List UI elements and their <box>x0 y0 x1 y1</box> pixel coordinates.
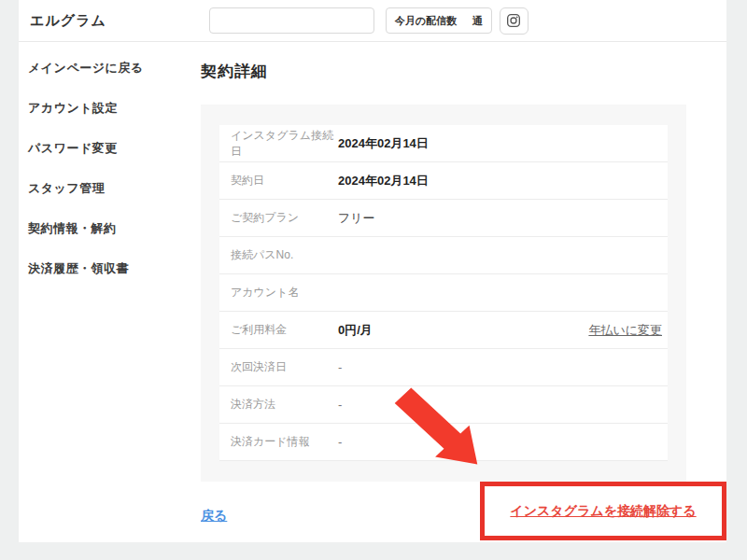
row-label: 接続パスNo. <box>231 247 338 263</box>
sidebar-item[interactable]: パスワード変更 <box>28 140 201 157</box>
app-window: エルグラム 今月の配信数 通 メインページに戻る アカウント設定 <box>19 0 726 542</box>
main-content: 契約詳細 インスタグラム接続日 2024年02月14日 契約日 2024年02月… <box>201 42 726 542</box>
row-value: 2024年02月14日 <box>338 173 429 189</box>
instagram-icon <box>506 13 521 28</box>
table-row: 決済カード情報 - <box>219 424 668 461</box>
row-value: - <box>338 398 342 412</box>
back-link[interactable]: 戻る <box>201 508 227 525</box>
sidebar: メインページに戻る アカウント設定 パスワード変更 スタッフ管理 契約情報・解約… <box>19 42 201 542</box>
row-label: インスタグラム接続日 <box>231 128 338 160</box>
row-label: 次回決済日 <box>231 359 338 375</box>
sidebar-item[interactable]: 決済履歴・領収書 <box>28 260 201 277</box>
disconnect-instagram-link[interactable]: インスタグラムを接続解除する <box>510 503 696 520</box>
page-title: 契約詳細 <box>201 61 726 82</box>
contract-card: インスタグラム接続日 2024年02月14日 契約日 2024年02月14日 ご… <box>201 105 686 482</box>
sidebar-item[interactable]: アカウント設定 <box>28 100 201 117</box>
contract-table: インスタグラム接続日 2024年02月14日 契約日 2024年02月14日 ご… <box>219 125 668 461</box>
table-row: 契約日 2024年02月14日 <box>219 162 668 200</box>
row-label: アカウント名 <box>231 285 338 301</box>
row-label: ご契約プラン <box>231 210 338 226</box>
row-label: 契約日 <box>231 173 338 189</box>
sidebar-item[interactable]: メインページに戻る <box>28 60 201 77</box>
table-row: 次回決済日 - <box>219 349 668 386</box>
row-value: 2024年02月14日 <box>338 135 429 152</box>
table-row: アカウント名 <box>219 274 668 312</box>
instagram-button[interactable] <box>500 7 529 35</box>
row-label: 決済カード情報 <box>231 434 338 450</box>
table-row: ご利用料金 0円/月 年払いに変更 <box>219 312 668 349</box>
brand-logo: エルグラム <box>30 12 106 30</box>
row-action-link[interactable]: 年払いに変更 <box>588 322 666 339</box>
row-value: 0円/月 <box>338 322 373 339</box>
table-row: 決済方法 - <box>219 386 668 424</box>
sidebar-item-label: スタッフ管理 <box>28 181 105 195</box>
sidebar-item-label: パスワード変更 <box>28 141 118 155</box>
monthly-delivery-stat: 今月の配信数 通 <box>386 7 492 34</box>
sidebar-item[interactable]: 契約情報・解約 <box>28 220 201 237</box>
table-row: ご契約プラン フリー <box>219 200 668 237</box>
row-label: ご利用料金 <box>231 322 338 338</box>
sidebar-item[interactable]: スタッフ管理 <box>28 180 201 197</box>
sidebar-item-label: アカウント設定 <box>28 101 118 115</box>
row-value: - <box>338 360 342 374</box>
row-value: - <box>338 435 342 449</box>
stat-label: 今月の配信数 <box>395 14 457 28</box>
table-row: インスタグラム接続日 2024年02月14日 <box>219 125 668 162</box>
header: エルグラム 今月の配信数 通 <box>19 0 726 42</box>
disconnect-highlight-frame: インスタグラムを接続解除する <box>480 482 726 540</box>
table-row: 接続パスNo. <box>219 237 668 274</box>
row-value: フリー <box>338 210 375 227</box>
footer-actions: 戻る インスタグラムを接続解除する <box>201 482 726 540</box>
row-label: 決済方法 <box>231 397 338 413</box>
stat-unit: 通 <box>472 14 483 28</box>
sidebar-item-label: 決済履歴・領収書 <box>28 261 129 275</box>
sidebar-item-label: メインページに戻る <box>28 61 144 75</box>
sidebar-item-label: 契約情報・解約 <box>28 221 117 235</box>
search-input[interactable] <box>209 7 374 34</box>
page-body: メインページに戻る アカウント設定 パスワード変更 スタッフ管理 契約情報・解約… <box>19 42 726 542</box>
